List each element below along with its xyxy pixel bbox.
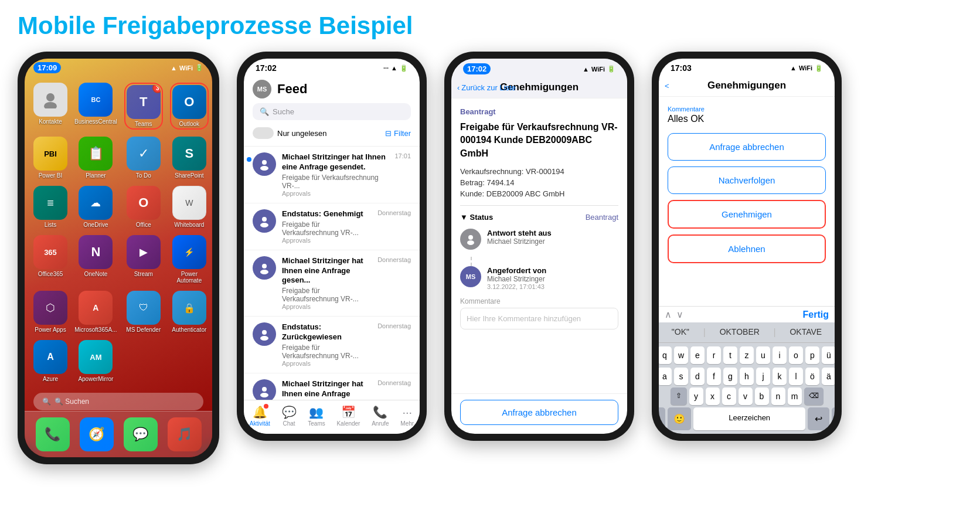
key-g[interactable]: g bbox=[723, 368, 737, 385]
fertig-button[interactable]: Fertig bbox=[803, 310, 829, 320]
feed-avatar[interactable]: MS bbox=[253, 80, 271, 98]
key-l[interactable]: l bbox=[789, 368, 803, 385]
cancel-request-btn[interactable]: Anfrage abbrechen bbox=[460, 400, 618, 425]
app-kontakte[interactable]: Kontakte bbox=[33, 83, 67, 130]
home-search-bar[interactable]: 🔍 🔍 Suchen bbox=[33, 393, 203, 410]
feed-list: Michael Stritzinger hat Ihnen eine Anfra… bbox=[244, 147, 420, 400]
app-todo[interactable]: ✓ To Do bbox=[124, 137, 163, 179]
back-button[interactable]: ‹ Zurück zur Liste bbox=[457, 83, 516, 92]
nav-kalender[interactable]: 📅 Kalender bbox=[336, 405, 360, 427]
feed-sender-3: Endstatus: Zurückgewiesen bbox=[282, 322, 372, 342]
nav-anrufe[interactable]: 📞 Anrufe bbox=[372, 405, 389, 427]
feed-app-1: Approvals bbox=[282, 237, 372, 244]
nachverfolgen-btn[interactable]: Nachverfolgen bbox=[668, 166, 826, 194]
key-backspace[interactable]: ⌫ bbox=[804, 387, 824, 405]
key-ö[interactable]: ö bbox=[805, 368, 819, 385]
filter-button[interactable]: ⊟ Filter bbox=[385, 129, 411, 138]
app-azure[interactable]: A Azure bbox=[33, 340, 67, 382]
app-lists[interactable]: ≡ Lists bbox=[33, 186, 67, 228]
unread-toggle[interactable] bbox=[253, 127, 274, 139]
app-powerautomate[interactable]: ⚡ Power Automate bbox=[170, 235, 209, 284]
app-outlook[interactable]: O Outlook bbox=[170, 83, 209, 130]
key-z[interactable]: z bbox=[740, 346, 754, 364]
app-onenote[interactable]: N OneNote bbox=[74, 235, 117, 284]
chevron-up-icon[interactable]: ∧ bbox=[665, 309, 672, 320]
key-p[interactable]: p bbox=[805, 346, 819, 364]
app-sharepoint[interactable]: S SharePoint bbox=[170, 137, 209, 179]
app-auth[interactable]: 🔒 Authenticator bbox=[170, 291, 209, 333]
app-icon-todo: ✓ bbox=[127, 137, 161, 171]
key-j[interactable]: j bbox=[756, 368, 770, 385]
nav-mehr[interactable]: ··· Mehr bbox=[400, 406, 414, 427]
app-planner[interactable]: 📋 Planner bbox=[74, 137, 117, 179]
feed-item-3[interactable]: Endstatus: Zurückgewiesen Freigabe für V… bbox=[244, 317, 420, 373]
key-x[interactable]: x bbox=[706, 387, 720, 405]
dock-phone[interactable]: 📞 bbox=[36, 417, 70, 451]
dock-safari[interactable]: 🧭 bbox=[80, 417, 114, 451]
feed-item-0[interactable]: Michael Stritzinger hat Ihnen eine Anfra… bbox=[244, 147, 420, 203]
page-title: Mobile Freigabeprozesse Beispiel bbox=[18, 12, 962, 40]
dock-messages[interactable]: 💬 bbox=[124, 417, 158, 451]
feed-item-1[interactable]: Endstatus: Genehmigt Freigabe für Verkau… bbox=[244, 203, 420, 250]
feed-item-4[interactable]: Michael Stritzinger hat Ihnen eine Anfra… bbox=[244, 373, 420, 400]
nav-aktivitat[interactable]: 🔔 Aktivität bbox=[250, 405, 270, 427]
key-a[interactable]: a bbox=[659, 368, 672, 385]
key-v[interactable]: v bbox=[739, 387, 753, 405]
feed-header: MS Feed 🔍 Suche Nur ungelesen bbox=[244, 75, 420, 147]
svg-point-5 bbox=[260, 223, 268, 227]
key-return[interactable]: ↩ bbox=[808, 407, 829, 430]
key-d[interactable]: d bbox=[690, 368, 705, 385]
key-r[interactable]: r bbox=[707, 346, 721, 364]
key-h[interactable]: h bbox=[740, 368, 754, 385]
key-emoji[interactable]: 🙂 bbox=[668, 407, 691, 430]
key-o[interactable]: o bbox=[789, 346, 803, 364]
key-k[interactable]: k bbox=[773, 368, 787, 385]
app-apowermirror[interactable]: AM ApowerMirror bbox=[74, 340, 117, 382]
app-office[interactable]: O Office bbox=[124, 186, 163, 228]
key-mic[interactable]: 🎤 bbox=[832, 407, 835, 430]
key-num[interactable]: 123 bbox=[659, 407, 665, 430]
app-ms365a[interactable]: A Microsoft365A... bbox=[74, 291, 117, 333]
app-stream[interactable]: ▶ Stream bbox=[124, 235, 163, 284]
key-w[interactable]: w bbox=[674, 346, 688, 364]
app-teams[interactable]: T 3 Teams bbox=[124, 83, 163, 130]
key-t[interactable]: t bbox=[723, 346, 737, 364]
nav-teams[interactable]: 👥 Teams bbox=[308, 405, 325, 427]
nav-chat[interactable]: 💬 Chat bbox=[282, 405, 297, 427]
key-y[interactable]: y bbox=[689, 387, 703, 405]
key-ä[interactable]: ä bbox=[822, 368, 835, 385]
feed-item-2[interactable]: Michael Stritzinger hat Ihnen eine Anfra… bbox=[244, 250, 420, 317]
key-q[interactable]: q bbox=[659, 346, 672, 364]
key-m[interactable]: m bbox=[788, 387, 802, 405]
feed-item-content-1: Endstatus: Genehmigt Freigabe für Verkau… bbox=[282, 209, 372, 244]
app-onedrive[interactable]: ☁ OneDrive bbox=[74, 186, 117, 228]
key-i[interactable]: i bbox=[773, 346, 787, 364]
predict-1[interactable]: OKTOBER bbox=[720, 327, 760, 338]
genehmigen-btn[interactable]: Genehmigen bbox=[668, 200, 826, 229]
app-whiteboard[interactable]: W Whiteboard bbox=[170, 186, 209, 228]
app-defender[interactable]: 🛡 MS Defender bbox=[124, 291, 163, 333]
predict-2[interactable]: OKTAVE bbox=[790, 327, 822, 338]
feed-search[interactable]: 🔍 Suche bbox=[253, 103, 411, 120]
ablehnen-btn[interactable]: Ablehnen bbox=[668, 234, 826, 263]
key-shift[interactable]: ⇧ bbox=[671, 387, 687, 405]
key-e[interactable]: e bbox=[690, 346, 705, 364]
key-f[interactable]: f bbox=[707, 368, 721, 385]
key-c[interactable]: c bbox=[722, 387, 736, 405]
cancel-btn[interactable]: Anfrage abbrechen bbox=[668, 133, 826, 161]
dock-music[interactable]: 🎵 bbox=[168, 417, 202, 451]
chevron-down-icon[interactable]: ∨ bbox=[676, 309, 683, 320]
key-space[interactable]: Leerzeichen bbox=[693, 407, 805, 430]
comment-input[interactable]: Hier Ihre Kommentare hinzufügen bbox=[460, 308, 618, 329]
key-u[interactable]: u bbox=[756, 346, 770, 364]
key-ü[interactable]: ü bbox=[822, 346, 835, 364]
app-bc[interactable]: BC BusinessCentral bbox=[74, 83, 117, 130]
app-office365[interactable]: 365 Office365 bbox=[33, 235, 67, 284]
key-b[interactable]: b bbox=[755, 387, 769, 405]
app-powerbi[interactable]: PBI Power BI bbox=[33, 137, 67, 179]
key-n[interactable]: n bbox=[771, 387, 785, 405]
gen-back-button[interactable]: < bbox=[665, 81, 669, 90]
key-s[interactable]: s bbox=[674, 368, 688, 385]
app-powerapps[interactable]: ⬡ Power Apps bbox=[33, 291, 67, 333]
predict-0[interactable]: "OK" bbox=[672, 327, 689, 338]
